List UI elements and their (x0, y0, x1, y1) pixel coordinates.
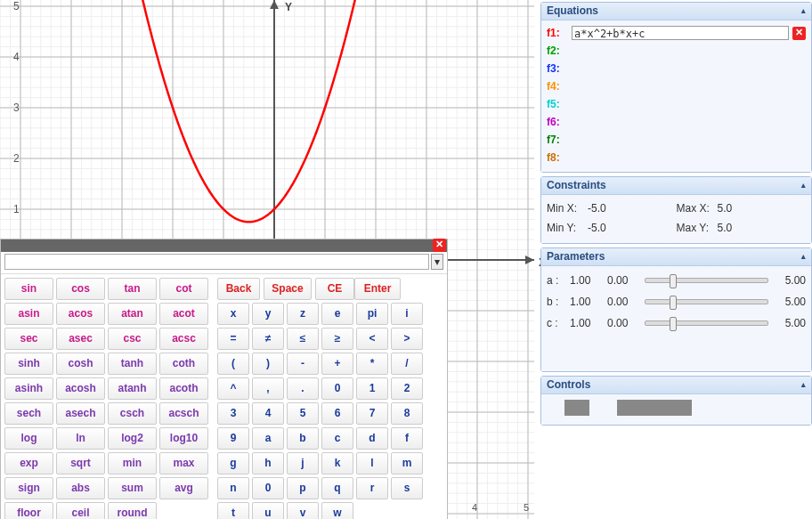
key-u[interactable]: u (252, 502, 284, 519)
key-≥[interactable]: ≥ (321, 328, 353, 350)
key-round[interactable]: round (108, 502, 157, 519)
key-exp[interactable]: exp (4, 452, 53, 474)
key-i[interactable]: i (391, 303, 423, 325)
key-,[interactable]: , (252, 377, 284, 400)
key-csc[interactable]: csc (108, 328, 157, 350)
key-coth[interactable]: coth (159, 353, 208, 375)
key-v[interactable]: v (287, 502, 319, 519)
key-ce[interactable]: CE (315, 278, 354, 300)
key-j[interactable]: j (287, 452, 319, 474)
key-)[interactable]: ) (252, 353, 284, 375)
key-atanh[interactable]: atanh (108, 377, 157, 400)
key-9[interactable]: 9 (217, 427, 249, 450)
key-acsc[interactable]: acsc (159, 328, 208, 350)
key-d[interactable]: d (356, 427, 388, 450)
key-w[interactable]: w (321, 502, 353, 519)
key-7[interactable]: 7 (356, 402, 388, 425)
key-4[interactable]: 4 (252, 402, 284, 425)
key-asech[interactable]: asech (56, 402, 105, 425)
key-sqrt[interactable]: sqrt (56, 452, 105, 474)
miny-value[interactable]: -5.0 (588, 222, 606, 234)
key-l[interactable]: l (356, 452, 388, 474)
controls-header[interactable]: Controls ▴ (541, 377, 811, 394)
key-+[interactable]: + (321, 353, 353, 375)
param-slider[interactable] (645, 320, 768, 326)
key-cosh[interactable]: cosh (56, 353, 105, 375)
key--[interactable]: - (287, 353, 319, 375)
key-a[interactable]: a (252, 427, 284, 450)
key-t[interactable]: t (217, 502, 249, 519)
key-sum[interactable]: sum (108, 477, 157, 499)
param-slider[interactable] (645, 299, 768, 304)
key-sech[interactable]: sech (4, 402, 53, 425)
key-asin[interactable]: asin (4, 303, 53, 325)
key-log2[interactable]: log2 (108, 427, 157, 450)
key-asec[interactable]: asec (56, 328, 105, 350)
equation-delete-1[interactable]: ✕ (792, 27, 806, 40)
key-f[interactable]: f (391, 427, 423, 450)
key-p[interactable]: p (287, 477, 319, 499)
key-pi[interactable]: pi (356, 303, 388, 325)
parameters-collapse-icon[interactable]: ▴ (801, 252, 806, 261)
param-value[interactable]: 1.00 (570, 296, 600, 308)
key-=[interactable]: = (217, 328, 249, 350)
key-acoth[interactable]: acoth (159, 377, 208, 400)
key-tan[interactable]: tan (108, 278, 157, 300)
key-g[interactable]: g (217, 452, 249, 474)
key-c[interactable]: c (321, 427, 353, 450)
key-sec[interactable]: sec (4, 328, 53, 350)
key-<[interactable]: < (356, 328, 388, 350)
key-acos[interactable]: acos (56, 303, 105, 325)
key-≤[interactable]: ≤ (287, 328, 319, 350)
key-x[interactable]: x (217, 303, 249, 325)
controls-collapse-icon[interactable]: ▴ (801, 380, 806, 389)
key-8[interactable]: 8 (391, 402, 423, 425)
param-value[interactable]: 1.00 (570, 317, 600, 329)
key-tanh[interactable]: tanh (108, 353, 157, 375)
key-2[interactable]: 2 (391, 377, 423, 400)
key-atan[interactable]: atan (108, 303, 157, 325)
key-r[interactable]: r (356, 477, 388, 499)
key-n[interactable]: n (217, 477, 249, 499)
equations-header[interactable]: Equations ▴ (541, 3, 811, 20)
key-([interactable]: ( (217, 353, 249, 375)
key-y[interactable]: y (252, 303, 284, 325)
keyboard-titlebar[interactable]: ✕ (1, 239, 447, 252)
key-3[interactable]: 3 (217, 402, 249, 425)
key-sinh[interactable]: sinh (4, 353, 53, 375)
keyboard-input[interactable] (4, 254, 429, 270)
key-6[interactable]: 6 (321, 402, 353, 425)
key-m[interactable]: m (391, 452, 423, 474)
maxy-value[interactable]: 5.0 (718, 222, 733, 234)
key-back[interactable]: Back (217, 278, 260, 300)
key-sin[interactable]: sin (4, 278, 53, 300)
key-csch[interactable]: csch (108, 402, 157, 425)
key-space[interactable]: Space (264, 278, 312, 300)
key-log10[interactable]: log10 (159, 427, 208, 450)
key-≠[interactable]: ≠ (252, 328, 284, 350)
key-^[interactable]: ^ (217, 377, 249, 400)
key-z[interactable]: z (287, 303, 319, 325)
key-avg[interactable]: avg (159, 477, 208, 499)
key-acot[interactable]: acot (159, 303, 208, 325)
key-b[interactable]: b (287, 427, 319, 450)
key-s[interactable]: s (391, 477, 423, 499)
control-button-1[interactable] (564, 400, 589, 416)
key-q[interactable]: q (321, 477, 353, 499)
key-acosh[interactable]: acosh (56, 377, 105, 400)
constraints-collapse-icon[interactable]: ▴ (801, 181, 806, 190)
key-enter[interactable]: Enter (354, 278, 401, 300)
minx-value[interactable]: -5.0 (588, 202, 606, 215)
key->[interactable]: > (391, 328, 423, 350)
key-0[interactable]: 0 (321, 377, 353, 400)
keyboard-close-button[interactable]: ✕ (433, 239, 446, 252)
key-ln[interactable]: ln (56, 427, 105, 450)
parameters-header[interactable]: Parameters ▴ (541, 248, 811, 266)
maxx-value[interactable]: 5.0 (718, 202, 733, 215)
key-e[interactable]: e (321, 303, 353, 325)
param-value[interactable]: 1.00 (570, 274, 600, 287)
key-h[interactable]: h (252, 452, 284, 474)
keyboard-dropdown-button[interactable]: ▾ (431, 254, 443, 270)
key-0[interactable]: 0 (252, 477, 284, 499)
key-cos[interactable]: cos (56, 278, 105, 300)
